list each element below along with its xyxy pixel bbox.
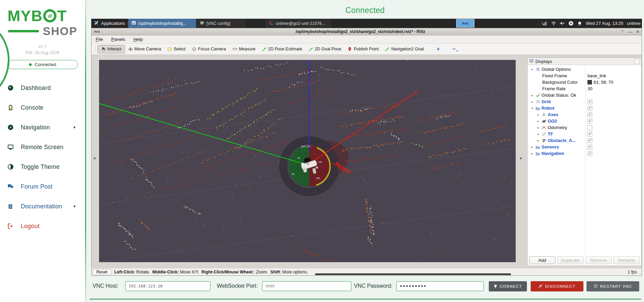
add-button[interactable]: Add	[529, 256, 556, 264]
rviz-titlebar[interactable]: RViz /opt/mybotshop/install/go2_viz/shar…	[92, 28, 642, 35]
taskbar-window-0[interactable]: RV/opt/mybotshop/install/g...	[128, 19, 196, 28]
enable-checkbox[interactable]: ✓	[587, 112, 592, 117]
expander-icon[interactable]: ▸	[530, 145, 534, 149]
websocket-port-input[interactable]	[262, 281, 351, 291]
wifi-icon[interactable]	[551, 21, 556, 26]
svg-text:RV: RV	[132, 22, 135, 24]
tool-interact[interactable]: Interact	[97, 45, 125, 53]
display-row-axes[interactable]: ▸Axes✓	[528, 111, 641, 118]
display-row-grid[interactable]: ▸Grid✓	[528, 98, 641, 105]
display-row-navigation[interactable]: ▸Navigation✓	[528, 150, 641, 157]
network-signal-icon[interactable]: !	[542, 21, 547, 26]
clock[interactable]: Wed 27 Aug, 13:25	[586, 21, 623, 26]
shade-window-icon[interactable]: ⌃	[621, 30, 624, 34]
minimize-window-icon[interactable]: —	[628, 30, 632, 34]
display-row-sensors[interactable]: ▸Sensors✓	[528, 144, 641, 150]
sidebar-item-documentation[interactable]: Documentation▾	[0, 196, 85, 216]
collapse-right-panel-icon[interactable]: ▸	[520, 156, 522, 160]
menu-panels[interactable]: Panels	[111, 37, 125, 42]
display-row-robot[interactable]: ▾Robot✓	[528, 105, 641, 111]
volume-muted-icon[interactable]	[560, 21, 565, 25]
taskbar-window-2[interactable]: unitree@go2-unit-21576...	[266, 19, 332, 28]
reset-button[interactable]: Reset	[93, 269, 111, 275]
sidebar-item-toggle-theme[interactable]: Toggle Theme	[0, 157, 85, 177]
display-row-global-options[interactable]: ▾Global Options	[528, 66, 641, 73]
vnc-host-input[interactable]	[125, 281, 210, 291]
menu-file[interactable]: File	[96, 37, 103, 42]
enable-checkbox[interactable]: ✓	[587, 151, 592, 156]
connection-status-header: Connected	[86, 6, 644, 15]
sidebar-item-remote-screen[interactable]: Remote Screen	[0, 137, 85, 157]
display-row-obstacle-a[interactable]: ▸Obstacle_A...✓	[528, 137, 641, 144]
notifications-bell-icon[interactable]	[577, 21, 582, 26]
sidebar-item-navigation[interactable]: Navigation▾	[0, 117, 85, 137]
connection-status-pill[interactable]: Connected	[7, 60, 78, 69]
panel-close-button[interactable]	[634, 59, 640, 64]
tool-2d-goal-pose[interactable]: 2D Goal Pose	[305, 45, 344, 53]
displays-panel-header[interactable]: Displays	[528, 58, 641, 65]
display-row-frame-rate[interactable]: Frame Rate30	[528, 85, 641, 92]
display-row-fixed-frame[interactable]: Fixed Framebase_link	[528, 73, 641, 79]
remove-tool-button[interactable]: −	[452, 46, 456, 53]
tool-move-camera[interactable]: Move Camera	[125, 45, 164, 53]
gauge-icon	[7, 85, 14, 91]
taskbar-window-1[interactable]: [VNC config]	[196, 19, 246, 28]
power-manager-icon[interactable]	[568, 21, 574, 26]
display-row-global-status-ok[interactable]: ▸Global Status: Ok	[528, 92, 641, 98]
rviz-tray-button[interactable]: RViz	[456, 19, 474, 28]
tool-2d-pose-estimate[interactable]: 2D Pose Estimate	[259, 45, 305, 53]
check-icon	[535, 93, 541, 97]
sidebar-item-label: Remote Screen	[21, 144, 64, 151]
enable-checkbox[interactable]: ✓	[587, 138, 592, 143]
display-row-odometry[interactable]: ▸Odometry	[528, 124, 641, 131]
expander-icon[interactable]: ▸	[536, 113, 540, 116]
enable-checkbox[interactable]: ✓	[587, 99, 592, 104]
axes-icon	[541, 112, 547, 117]
close-window-icon[interactable]: ✕	[636, 30, 639, 34]
tool-dropdown-caret-icon[interactable]: ▾	[456, 49, 458, 52]
expander-icon[interactable]: ▾	[530, 68, 534, 71]
sidebar-item-forum-post[interactable]: Forum Post	[0, 177, 85, 196]
expander-icon[interactable]: ▸	[530, 94, 534, 97]
restart-vnc-button[interactable]: RESTART VNC	[586, 281, 639, 291]
color-swatch[interactable]	[587, 80, 592, 84]
expander-icon[interactable]: ▸	[530, 152, 534, 155]
expander-icon[interactable]: ▾	[530, 107, 534, 110]
display-row-tf[interactable]: ▸TF✓	[528, 131, 641, 137]
collapse-left-panel-icon[interactable]: ◂	[93, 156, 95, 160]
tool-publish-point[interactable]: Publish Point	[344, 45, 382, 53]
rviz-3d-viewport[interactable]: go2_od...FLFRRLRR	[99, 60, 516, 262]
display-row-background-color[interactable]: Background Color61; 56; 70	[528, 79, 641, 85]
applications-menu[interactable]: Applications ≡	[94, 19, 130, 28]
tool-navigation2-goal[interactable]: Navigation2 Goal	[382, 45, 427, 53]
tool-select[interactable]: Select	[164, 45, 189, 53]
expander-icon[interactable]: ▸	[536, 132, 540, 136]
tool-measure[interactable]: Measure	[229, 45, 259, 53]
expander-icon[interactable]: ▸	[536, 139, 540, 142]
svg-text:FL: FL	[297, 157, 301, 160]
enable-checkbox[interactable]	[587, 125, 592, 130]
expander-icon[interactable]: ▸	[536, 120, 540, 123]
tool-list: InteractMove CameraSelectFocus CameraMea…	[97, 45, 427, 53]
disconnect-button[interactable]: DISCONNECT	[531, 281, 583, 291]
vnc-password-input[interactable]	[396, 281, 484, 291]
enable-checkbox[interactable]: ✓	[587, 132, 592, 137]
tool-focus-camera[interactable]: Focus Camera	[189, 45, 229, 53]
sidebar-item-dashboard[interactable]: Dashboard	[0, 78, 85, 98]
enable-checkbox[interactable]: ✓	[587, 106, 592, 111]
display-row-go2[interactable]: ▸GO2✓	[528, 118, 641, 124]
enable-checkbox[interactable]: ✓	[587, 119, 592, 124]
horizontal-scrollbar[interactable]	[315, 273, 511, 275]
property-value[interactable]: 30	[587, 86, 592, 91]
expander-icon[interactable]: ▸	[530, 100, 534, 104]
toolbar-drag-handle[interactable]	[95, 46, 96, 52]
property-value[interactable]: base_link	[587, 73, 606, 78]
sidebar-item-console[interactable]: Console	[0, 98, 85, 117]
add-tool-button[interactable]: +	[436, 46, 440, 53]
sidebar-item-logout[interactable]: Logout	[0, 216, 85, 236]
menu-help[interactable]: Help	[133, 37, 143, 42]
property-value[interactable]: 61; 56; 70	[594, 80, 613, 85]
enable-checkbox[interactable]: ✓	[587, 145, 592, 149]
expander-icon[interactable]: ▸	[536, 126, 540, 129]
connect-button[interactable]: CONNECT	[489, 281, 527, 291]
